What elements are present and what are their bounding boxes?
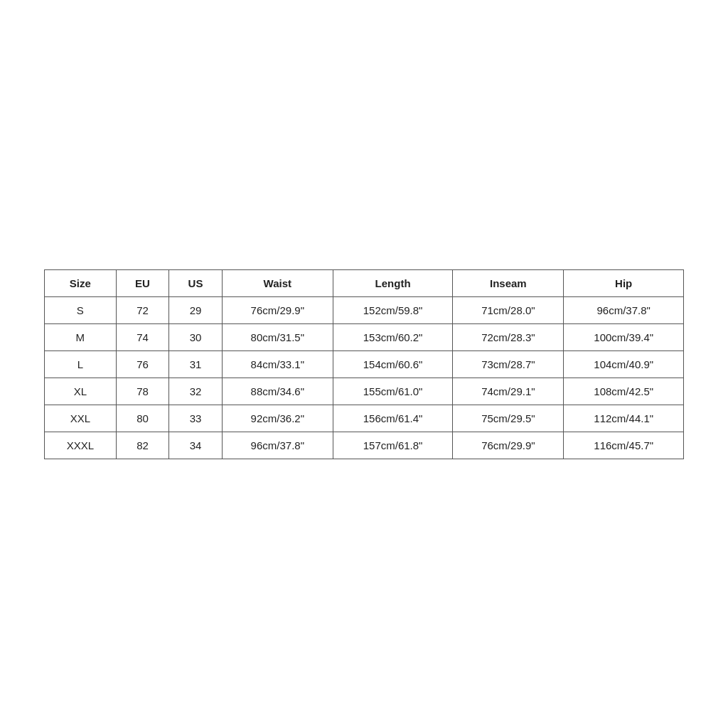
- table-cell: 73cm/28.7": [453, 350, 564, 378]
- table-cell: 154cm/60.6": [333, 350, 453, 378]
- table-cell: 78: [116, 378, 169, 405]
- column-header: US: [169, 269, 223, 296]
- table-cell: 72cm/28.3": [453, 323, 564, 350]
- table-cell: 76cm/29.9": [222, 296, 333, 323]
- table-cell: 92cm/36.2": [222, 405, 333, 432]
- table-cell: 100cm/39.4": [564, 323, 684, 350]
- table-row: L763184cm/33.1"154cm/60.6"73cm/28.7"104c…: [45, 350, 684, 378]
- table-cell: 30: [169, 323, 223, 350]
- column-header: Size: [45, 269, 117, 296]
- size-chart-table: SizeEUUSWaistLengthInseamHip S722976cm/2…: [44, 269, 684, 459]
- table-row: XXXL823496cm/37.8"157cm/61.8"76cm/29.9"1…: [45, 432, 684, 459]
- table-cell: 116cm/45.7": [564, 432, 684, 459]
- column-header: Waist: [222, 269, 333, 296]
- table-cell: S: [45, 296, 117, 323]
- table-cell: 74: [116, 323, 169, 350]
- column-header: Hip: [564, 269, 684, 296]
- table-cell: 88cm/34.6": [222, 378, 333, 405]
- table-row: M743080cm/31.5"153cm/60.2"72cm/28.3"100c…: [45, 323, 684, 350]
- table-cell: 108cm/42.5": [564, 378, 684, 405]
- table-cell: 157cm/61.8": [333, 432, 453, 459]
- table-cell: XXXL: [45, 432, 117, 459]
- table-cell: 84cm/33.1": [222, 350, 333, 378]
- table-cell: 96cm/37.8": [222, 432, 333, 459]
- table-cell: 31: [169, 350, 223, 378]
- table-cell: XXL: [45, 405, 117, 432]
- table-cell: 75cm/29.5": [453, 405, 564, 432]
- table-header: SizeEUUSWaistLengthInseamHip: [45, 269, 684, 296]
- table-row: S722976cm/29.9"152cm/59.8"71cm/28.0"96cm…: [45, 296, 684, 323]
- table-row: XL783288cm/34.6"155cm/61.0"74cm/29.1"108…: [45, 378, 684, 405]
- column-header: Inseam: [453, 269, 564, 296]
- table-cell: 33: [169, 405, 223, 432]
- table-row: XXL803392cm/36.2"156cm/61.4"75cm/29.5"11…: [45, 405, 684, 432]
- header-row: SizeEUUSWaistLengthInseamHip: [45, 269, 684, 296]
- table-cell: 112cm/44.1": [564, 405, 684, 432]
- table-cell: 80cm/31.5": [222, 323, 333, 350]
- table-cell: 156cm/61.4": [333, 405, 453, 432]
- table-cell: 74cm/29.1": [453, 378, 564, 405]
- table-cell: 71cm/28.0": [453, 296, 564, 323]
- table-cell: 104cm/40.9": [564, 350, 684, 378]
- table-cell: L: [45, 350, 117, 378]
- table-cell: 96cm/37.8": [564, 296, 684, 323]
- table-cell: 34: [169, 432, 223, 459]
- table-cell: 155cm/61.0": [333, 378, 453, 405]
- column-header: Length: [333, 269, 453, 296]
- column-header: EU: [116, 269, 169, 296]
- table-cell: 32: [169, 378, 223, 405]
- table-cell: M: [45, 323, 117, 350]
- table-cell: 76cm/29.9": [453, 432, 564, 459]
- table-cell: 153cm/60.2": [333, 323, 453, 350]
- table-cell: XL: [45, 378, 117, 405]
- table-cell: 80: [116, 405, 169, 432]
- table-cell: 152cm/59.8": [333, 296, 453, 323]
- table-cell: 29: [169, 296, 223, 323]
- table-cell: 72: [116, 296, 169, 323]
- table-cell: 76: [116, 350, 169, 378]
- table-body: S722976cm/29.9"152cm/59.8"71cm/28.0"96cm…: [45, 296, 684, 459]
- size-chart-container: SizeEUUSWaistLengthInseamHip S722976cm/2…: [44, 269, 684, 459]
- table-cell: 82: [116, 432, 169, 459]
